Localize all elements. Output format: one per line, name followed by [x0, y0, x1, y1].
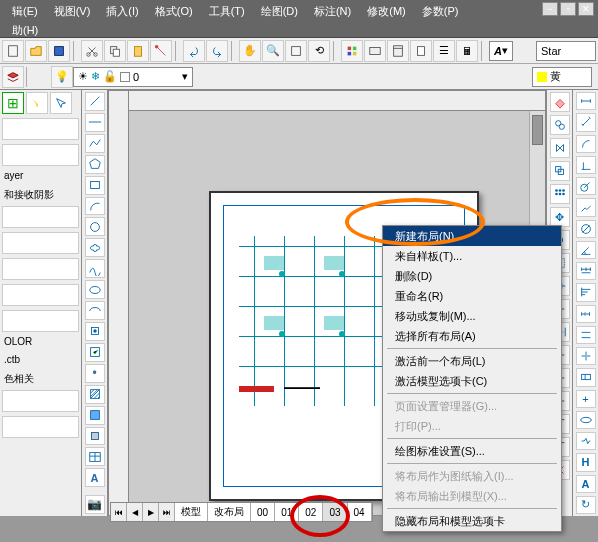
tab-nav-first[interactable]: ⏮ — [111, 503, 127, 521]
dim-linear-button[interactable] — [576, 92, 596, 110]
center-mark-button[interactable]: + — [576, 390, 596, 408]
menu-modify[interactable]: 修改(M) — [359, 2, 414, 21]
jogged-linear-button[interactable] — [576, 432, 596, 450]
prop-row[interactable] — [2, 284, 79, 306]
point-button[interactable]: • — [85, 364, 105, 383]
copy-obj-button[interactable] — [550, 115, 570, 135]
tab-nav-prev[interactable]: ◀ — [127, 503, 143, 521]
line-button[interactable] — [85, 92, 105, 111]
table-button[interactable] — [85, 447, 105, 466]
prop-row[interactable] — [2, 232, 79, 254]
dim-diameter-button[interactable] — [576, 220, 596, 238]
sheet-set-button[interactable] — [410, 40, 432, 62]
tab-02[interactable]: 02 — [299, 503, 323, 521]
pline-button[interactable] — [85, 134, 105, 153]
menu-edit[interactable]: 辑(E) — [4, 2, 46, 21]
dim-space-button[interactable] — [576, 326, 596, 344]
ctx-delete[interactable]: 删除(D) — [383, 266, 561, 286]
prop-row[interactable] — [2, 310, 79, 332]
quick-select-button[interactable] — [26, 92, 48, 114]
ctx-layout-as-image[interactable]: 将布局作为图纸输入(I)... — [383, 466, 561, 486]
revcloud-button[interactable] — [85, 238, 105, 257]
color-dropdown[interactable]: 黄 — [532, 67, 592, 87]
dim-tedit-button[interactable]: A — [576, 475, 596, 493]
arc-button[interactable] — [85, 197, 105, 216]
zoom-window-button[interactable] — [285, 40, 307, 62]
dim-edit-button[interactable]: H — [576, 453, 596, 471]
prop-row[interactable] — [2, 118, 79, 140]
dim-ordinate-button[interactable] — [576, 156, 596, 174]
layer-props-button[interactable] — [2, 66, 24, 88]
menu-view[interactable]: 视图(V) — [46, 2, 99, 21]
menu-params[interactable]: 参数(P) — [414, 2, 467, 21]
spline-button[interactable] — [85, 259, 105, 278]
undo-button[interactable] — [183, 40, 205, 62]
dim-radius-button[interactable] — [576, 177, 596, 195]
tab-01[interactable]: 01 — [275, 503, 299, 521]
layer-dropdown[interactable]: ☀ ❄ 🔓 0 ▾ — [73, 67, 193, 87]
pan-button[interactable]: ✋ — [239, 40, 261, 62]
calc-button[interactable]: 🖩 — [456, 40, 478, 62]
layer-state-button[interactable]: 💡 — [51, 66, 73, 88]
paste-button[interactable] — [127, 40, 149, 62]
menu-tools[interactable]: 工具(T) — [201, 2, 253, 21]
tab-04[interactable]: 04 — [348, 503, 372, 521]
tolerance-button[interactable] — [576, 368, 596, 386]
dim-angular-button[interactable] — [576, 241, 596, 259]
ctx-select-all[interactable]: 选择所有布局(A) — [383, 326, 561, 346]
array-button[interactable] — [550, 184, 570, 204]
tab-model[interactable]: 模型 — [175, 503, 208, 521]
erase-button[interactable] — [550, 92, 570, 112]
menu-draw[interactable]: 绘图(D) — [253, 2, 306, 21]
rectangle-button[interactable] — [85, 176, 105, 195]
ctx-activate-model[interactable]: 激活模型选项卡(C) — [383, 371, 561, 391]
ctx-new-layout[interactable]: 新建布局(N) — [383, 226, 561, 246]
zoom-prev-button[interactable]: ⟲ — [308, 40, 330, 62]
ellipse-button[interactable] — [85, 280, 105, 299]
circle-button[interactable] — [85, 217, 105, 236]
offset-button[interactable] — [550, 161, 570, 181]
polygon-button[interactable] — [85, 155, 105, 174]
dim-jogged-button[interactable] — [576, 198, 596, 216]
add-selection-button[interactable]: ⊞ — [2, 92, 24, 114]
style-toggle[interactable]: A▾ — [489, 41, 513, 61]
menu-help[interactable]: 助(H) — [4, 21, 594, 40]
cut-button[interactable] — [81, 40, 103, 62]
tab-00[interactable]: 00 — [251, 503, 275, 521]
dim-update-button[interactable]: ↻ — [576, 496, 596, 514]
insert-block-button[interactable] — [85, 322, 105, 341]
menu-format[interactable]: 格式(O) — [147, 2, 201, 21]
dim-continue-button[interactable] — [576, 305, 596, 323]
open-button[interactable] — [25, 40, 47, 62]
dim-arc-button[interactable] — [576, 135, 596, 153]
markup-button[interactable]: ☰ — [433, 40, 455, 62]
dim-aligned-button[interactable] — [576, 113, 596, 131]
scrollbar-thumb[interactable] — [532, 115, 543, 145]
properties-button[interactable] — [341, 40, 363, 62]
zoom-button[interactable]: 🔍 — [262, 40, 284, 62]
gradient-button[interactable] — [85, 406, 105, 425]
prop-row[interactable] — [2, 390, 79, 412]
dim-baseline-button[interactable] — [576, 283, 596, 301]
design-center-button[interactable] — [364, 40, 386, 62]
ctx-rename[interactable]: 重命名(R) — [383, 286, 561, 306]
tab-nav-next[interactable]: ▶ — [143, 503, 159, 521]
save-button[interactable] — [48, 40, 70, 62]
new-button[interactable] — [2, 40, 24, 62]
close-button[interactable]: ✕ — [578, 2, 594, 16]
move-button[interactable]: ✥ — [550, 207, 570, 227]
copy-button[interactable] — [104, 40, 126, 62]
quick-dim-button[interactable] — [576, 262, 596, 280]
minimize-button[interactable]: − — [542, 2, 558, 16]
ctx-layout-to-model[interactable]: 将布局输出到模型(X)... — [383, 486, 561, 506]
standard-combo[interactable] — [536, 41, 596, 61]
restore-button[interactable]: ▫ — [560, 2, 576, 16]
ctx-move-copy[interactable]: 移动或复制(M)... — [383, 306, 561, 326]
inspect-button[interactable] — [576, 411, 596, 429]
tab-layout-1[interactable]: 改布局 — [208, 503, 251, 521]
prop-row[interactable] — [2, 206, 79, 228]
match-button[interactable] — [150, 40, 172, 62]
ctx-hide-tabs[interactable]: 隐藏布局和模型选项卡 — [383, 511, 561, 531]
hatch-button[interactable] — [85, 385, 105, 404]
ctx-draft-setup[interactable]: 绘图标准设置(S)... — [383, 441, 561, 461]
